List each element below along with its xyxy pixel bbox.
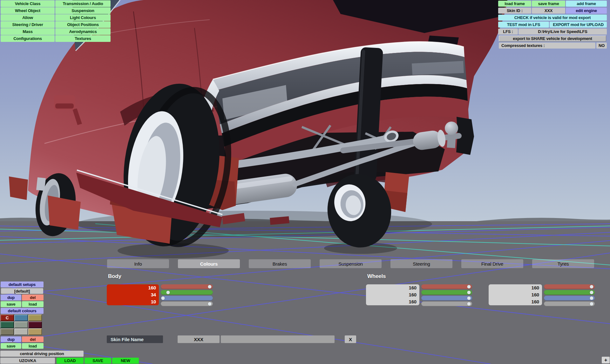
setup-del-button[interactable]: del xyxy=(22,295,44,301)
body-slider-green[interactable] xyxy=(161,290,213,295)
slider-knob[interactable] xyxy=(467,296,471,300)
test-mod-button[interactable]: TEST mod in LFS xyxy=(498,22,549,28)
slider-knob[interactable] xyxy=(467,285,471,288)
body-slider-red[interactable] xyxy=(161,284,213,289)
slider-knob[interactable] xyxy=(166,291,170,294)
body-value-b: 10 xyxy=(107,298,156,305)
menu-transmission-audio[interactable]: Transmission / Audio xyxy=(55,0,111,7)
central-driving-position-button[interactable]: central driving position xyxy=(0,351,84,357)
colour-swatch[interactable] xyxy=(28,328,42,335)
new-vehicle-button[interactable]: NEW xyxy=(112,358,139,364)
menu-configurations[interactable]: Configurations xyxy=(1,35,55,42)
skin-file-name-value[interactable]: XXX xyxy=(178,335,220,343)
current-setup-item[interactable]: [default] xyxy=(1,288,43,294)
wheel2-value-g: 160 xyxy=(489,291,539,298)
skin-file-name-label: Skin File Name xyxy=(107,335,163,343)
wheel1-slider-green[interactable] xyxy=(421,290,472,295)
body-slider-shine[interactable] xyxy=(161,301,213,306)
body-value-g: 34 xyxy=(107,291,156,298)
setup-dup-button[interactable]: dup xyxy=(1,295,21,301)
menu-steering-driver[interactable]: Steering / Driver xyxy=(1,21,55,28)
slider-knob[interactable] xyxy=(208,302,212,306)
colour-swatch[interactable] xyxy=(14,328,28,335)
wheel1-slider-red[interactable] xyxy=(421,284,472,289)
viewport-3d-scene[interactable] xyxy=(0,0,610,364)
colour-save-button[interactable]: save xyxy=(1,343,21,349)
slider-knob[interactable] xyxy=(590,302,593,306)
colour-swatch[interactable] xyxy=(14,314,28,321)
slider-knob[interactable] xyxy=(467,302,471,306)
wheel2-slider-blue[interactable] xyxy=(544,296,595,301)
compressed-textures-label: Compressed textures : xyxy=(499,43,595,49)
wheel2-slider-red[interactable] xyxy=(544,284,595,289)
zoom-plus-button[interactable]: + xyxy=(602,357,610,363)
wheel1-slider-shine[interactable] xyxy=(421,301,472,306)
wheel2-colour-preview: 160 160 160 xyxy=(489,284,542,305)
tab-steering[interactable]: Steering xyxy=(390,259,452,268)
lfs-vehicle-editor: Vehicle Class Transmission / Audio Wheel… xyxy=(0,0,610,364)
slider-knob[interactable] xyxy=(161,296,165,300)
colour-swatch-current[interactable]: C xyxy=(0,314,14,321)
tab-colours[interactable]: Colours xyxy=(178,259,240,268)
save-vehicle-button[interactable]: SAVE xyxy=(85,358,111,364)
lfs-path-label: LFS : xyxy=(498,29,518,35)
menu-textures[interactable]: Textures xyxy=(55,35,111,42)
wheel1-slider-blue[interactable] xyxy=(421,296,472,301)
menu-mass[interactable]: Mass xyxy=(1,28,55,35)
tab-tyres[interactable]: Tyres xyxy=(532,259,594,268)
lfs-path-value[interactable]: D:\Hry\Live for Speed\LFS xyxy=(518,29,607,35)
check-export-button[interactable]: CHECK if vehicle is valid for mod export xyxy=(498,15,607,21)
wheel1-value-b: 160 xyxy=(366,298,417,305)
setup-load-button[interactable]: load xyxy=(22,301,44,307)
colour-swatch[interactable] xyxy=(0,328,14,335)
colour-swatch[interactable] xyxy=(28,314,42,321)
skin-id-label: Skin ID : xyxy=(498,8,531,14)
menu-aerodynamics[interactable]: Aerodynamics xyxy=(55,28,111,35)
slider-knob[interactable] xyxy=(467,291,471,294)
body-slider-blue[interactable] xyxy=(161,296,213,301)
wheel1-colour-preview: 160 160 160 xyxy=(366,284,419,305)
menu-allow[interactable]: Allow xyxy=(1,14,55,21)
wheel2-slider-green[interactable] xyxy=(544,290,595,295)
colour-swatch[interactable] xyxy=(0,321,14,328)
menu-wheel-object[interactable]: Wheel Object xyxy=(1,7,55,14)
export-share-button[interactable]: export to SHARE vehicle for development xyxy=(499,36,606,42)
wheel2-value-r: 160 xyxy=(489,284,539,291)
skin-file-name-input[interactable] xyxy=(221,335,335,343)
add-frame-button[interactable]: add frame xyxy=(566,1,607,7)
compressed-textures-toggle[interactable]: NO xyxy=(596,43,607,49)
menu-vehicle-class[interactable]: Vehicle Class xyxy=(1,0,55,7)
menu-light-colours[interactable]: Light Colours xyxy=(55,14,111,21)
menu-object-positions[interactable]: Object Positions xyxy=(55,21,111,28)
tab-brakes[interactable]: Brakes xyxy=(249,259,311,268)
body-section-title: Body xyxy=(108,273,121,280)
colour-dup-button[interactable]: dup xyxy=(1,336,21,342)
default-setups-button[interactable]: default setups xyxy=(1,281,44,288)
edit-engine-button[interactable]: edit engine xyxy=(566,8,607,14)
menu-suspension[interactable]: Suspension xyxy=(55,7,111,14)
wheels-section-title: Wheels xyxy=(367,273,386,280)
tab-suspension[interactable]: Suspension xyxy=(320,259,382,268)
colour-swatch[interactable] xyxy=(28,321,42,328)
export-mod-button[interactable]: EXPORT mod for UPLOAD xyxy=(550,22,607,28)
load-frame-button[interactable]: load frame xyxy=(498,1,531,7)
load-vehicle-button[interactable]: LOAD xyxy=(57,358,84,364)
colour-swatch[interactable] xyxy=(14,321,28,328)
tab-final-drive[interactable]: Final Drive xyxy=(461,259,523,268)
setup-save-button[interactable]: save xyxy=(1,301,21,307)
skin-file-clear-button[interactable]: X xyxy=(345,335,356,343)
wheel2-slider-shine[interactable] xyxy=(544,301,595,306)
save-frame-button[interactable]: save frame xyxy=(532,1,565,7)
colour-del-button[interactable]: del xyxy=(22,336,44,342)
slider-knob[interactable] xyxy=(590,285,593,288)
colour-load-button[interactable]: load xyxy=(22,343,44,349)
slider-knob[interactable] xyxy=(208,285,212,288)
slider-knob[interactable] xyxy=(590,291,593,294)
body-colour-preview: 160 34 10 xyxy=(107,284,159,305)
default-colours-button[interactable]: default colours xyxy=(1,308,44,314)
wheel1-value-r: 160 xyxy=(366,284,417,291)
slider-knob[interactable] xyxy=(590,296,593,300)
skin-id-value[interactable]: XXX xyxy=(532,8,565,14)
tab-info[interactable]: Info xyxy=(107,259,169,268)
vehicle-name-button[interactable]: UZOVKA xyxy=(0,358,55,364)
